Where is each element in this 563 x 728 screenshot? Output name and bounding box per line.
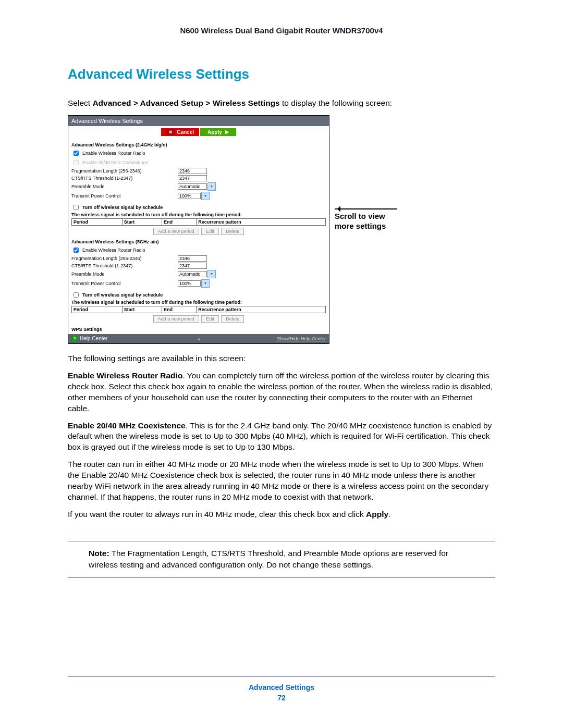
th-recurrence: Recurrence pattern bbox=[197, 306, 326, 313]
note-label: Note: bbox=[89, 549, 109, 558]
p-enable-radio: Enable Wireless Router Radio. You can co… bbox=[68, 371, 495, 414]
th-period: Period bbox=[72, 306, 123, 313]
delete-5-button[interactable]: Delete bbox=[221, 315, 244, 323]
th-recurrence: Recurrence pattern bbox=[197, 218, 326, 225]
th-start: Start bbox=[122, 306, 162, 313]
chevron-down-icon[interactable]: ▾ bbox=[201, 192, 210, 200]
p-enable-radio-bold: Enable Wireless Router Radio bbox=[68, 371, 182, 380]
preamble-5-label: Preamble Mode bbox=[71, 272, 176, 277]
enable-coex-checkbox bbox=[74, 160, 79, 165]
cancel-label: Cancel bbox=[177, 129, 194, 135]
chevron-down-icon[interactable]: ▾ bbox=[207, 270, 216, 278]
panel-title: Advanced Wireless Settings bbox=[68, 116, 329, 126]
cts-5-label: CTS/RTS Threshold (1-2347) bbox=[71, 263, 176, 268]
wps-section-label: WPS Settings bbox=[71, 327, 326, 332]
schedule-5-table: Period Start End Recurrence pattern bbox=[71, 306, 326, 313]
th-start: Start bbox=[122, 218, 162, 225]
intro-pre: Select bbox=[68, 98, 92, 107]
preamble-24-label: Preamble Mode bbox=[71, 184, 176, 189]
section-5ghz: Advanced Wireless Settings (5GHz a/n) bbox=[71, 239, 326, 244]
callout-line2: more settings bbox=[335, 221, 386, 230]
frag-5-label: Fragmentation Length (256-2346) bbox=[71, 256, 176, 261]
footer-divider bbox=[68, 676, 495, 677]
schedule-24-checkbox[interactable] bbox=[74, 205, 79, 210]
schedule-24-label: Turn off wireless signal by schedule bbox=[82, 205, 187, 210]
txpower-5-select[interactable] bbox=[178, 280, 201, 287]
p-enable-coex: Enable 20/40 MHz Coexistence. This is fo… bbox=[68, 421, 495, 453]
apply-button[interactable]: Apply▶ bbox=[200, 128, 236, 136]
scroll-callout: Scroll to viewmore settings bbox=[335, 206, 397, 231]
help-center-label[interactable]: Help Center bbox=[80, 336, 107, 341]
th-end: End bbox=[162, 306, 196, 313]
section-24ghz: Advanced Wireless Settings (2.4GHz b/g/n… bbox=[71, 142, 326, 147]
schedule-24-note: The wireless signal is scheduled to turn… bbox=[71, 212, 326, 217]
expand-icon[interactable]: ▴ bbox=[198, 336, 200, 341]
p-available: The following settings are available in … bbox=[68, 353, 495, 364]
enable-coex-label: Enable 20/40 MHz Coexistence bbox=[82, 160, 187, 165]
divider bbox=[68, 541, 495, 541]
divider bbox=[68, 577, 495, 578]
schedule-5-checkbox[interactable] bbox=[74, 292, 79, 298]
intro-path: Advanced > Advanced Setup > Wireless Set… bbox=[92, 98, 279, 107]
p-40mhz-mode: The router can run in either 40 MHz mode… bbox=[68, 459, 495, 503]
p-clear-apply-bold: Apply bbox=[366, 510, 388, 519]
enable-radio-5-checkbox[interactable] bbox=[74, 248, 79, 253]
edit-24-button[interactable]: Edit bbox=[201, 228, 219, 235]
chevron-down-icon[interactable]: ▾ bbox=[207, 182, 216, 191]
cts-5-input[interactable] bbox=[178, 263, 207, 269]
footer-page-number: 72 bbox=[0, 694, 563, 702]
apply-arrow-icon: ▶ bbox=[225, 129, 229, 134]
note-text: The Fragmentation Length, CTS/RTS Thresh… bbox=[89, 549, 448, 569]
settings-screenshot: Advanced Wireless Settings ✕Cancel Apply… bbox=[68, 115, 329, 344]
enable-radio-5-label: Enable Wireless Router Radio bbox=[82, 248, 187, 253]
cts-24-label: CTS/RTS Threshold (1-2347) bbox=[71, 176, 176, 181]
preamble-5-select[interactable] bbox=[178, 271, 207, 277]
apply-label: Apply bbox=[207, 129, 222, 135]
frag-24-label: Fragmentation Length (256-2346) bbox=[71, 168, 176, 174]
intro-post: to display the following screen: bbox=[280, 98, 392, 107]
delete-24-button[interactable]: Delete bbox=[221, 228, 244, 235]
th-period: Period bbox=[72, 218, 123, 225]
chevron-down-icon[interactable]: ▾ bbox=[201, 279, 210, 288]
preamble-24-select[interactable] bbox=[178, 183, 207, 190]
schedule-24-table: Period Start End Recurrence pattern bbox=[71, 218, 326, 226]
callout-line1: Scroll to view bbox=[335, 212, 385, 220]
txpower-5-label: Transmit Power Control bbox=[71, 281, 176, 286]
p-enable-coex-bold: Enable 20/40 MHz Coexistence bbox=[68, 421, 186, 430]
p-clear-apply-pre: If you want the router to always run in … bbox=[68, 510, 366, 519]
intro-line: Select Advanced > Advanced Setup > Wirel… bbox=[68, 98, 495, 109]
add-period-5-button[interactable]: Add a new period bbox=[153, 315, 199, 323]
p-clear-apply-post: . bbox=[388, 510, 390, 519]
schedule-5-label: Turn off wireless signal by schedule bbox=[82, 292, 187, 298]
help-icon[interactable]: ? bbox=[71, 336, 78, 342]
doc-header: N600 Wireless Dual Band Gigabit Router W… bbox=[68, 26, 495, 35]
th-end: End bbox=[162, 218, 196, 225]
enable-radio-24-label: Enable Wireless Router Radio bbox=[82, 151, 187, 156]
show-hide-help-link[interactable]: Show/Hide Help Center bbox=[277, 336, 326, 341]
note-block: Note: The Fragmentation Length, CTS/RTS … bbox=[89, 548, 474, 570]
schedule-5-note: The wireless signal is scheduled to turn… bbox=[71, 300, 326, 305]
frag-5-input[interactable] bbox=[178, 255, 207, 262]
page-title: Advanced Wireless Settings bbox=[68, 66, 495, 82]
txpower-24-label: Transmit Power Control bbox=[71, 193, 176, 199]
add-period-24-button[interactable]: Add a new period bbox=[153, 228, 199, 235]
p-clear-apply: If you want the router to always run in … bbox=[68, 509, 495, 520]
edit-5-button[interactable]: Edit bbox=[201, 315, 219, 323]
footer-section: Advanced Settings bbox=[0, 683, 563, 692]
cts-24-input[interactable] bbox=[178, 175, 207, 181]
txpower-24-select[interactable] bbox=[178, 193, 201, 199]
cancel-button[interactable]: ✕Cancel bbox=[161, 128, 199, 136]
arrow-icon bbox=[335, 208, 397, 209]
close-icon: ✕ bbox=[166, 129, 175, 135]
frag-24-input[interactable] bbox=[178, 168, 207, 174]
enable-radio-24-checkbox[interactable] bbox=[74, 151, 79, 156]
